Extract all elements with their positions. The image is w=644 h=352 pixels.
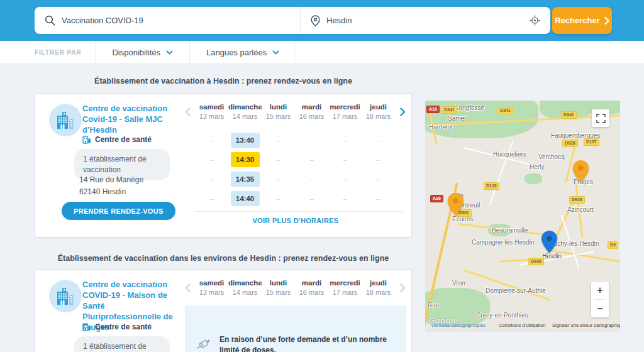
notice-text: En raison d’une forte demande et d’un no… [219,334,400,352]
calendar-day: jeudi18 mars [362,279,395,296]
chevron-down-icon [166,50,173,55]
map-road-badge: D341 [561,111,577,119]
map-pin-fruges[interactable] [572,160,589,184]
day-name: samedi [195,103,228,111]
calendar-day: samedi13 mars [195,103,228,120]
filter-bar: FILTRER PAR Disponibilités Langues parlé… [0,41,644,64]
calendar-prev-icon[interactable] [185,283,191,292]
calendar-divider [195,211,404,212]
day-name: mardi [295,279,328,287]
map-road-badge: A16 [430,195,443,202]
day-date: 17 mars [328,289,362,296]
search-bar [35,7,550,34]
health-center-icon [82,135,91,144]
day-name: jeudi [362,103,395,111]
map-pin-icon [311,15,320,26]
center-title-link[interactable]: Centre de vaccination Covid-19 - Salle M… [82,103,182,135]
zoom-out-button[interactable]: − [591,300,609,317]
day-date: 16 mars [295,289,328,296]
book-appointment-button[interactable]: PRENDRE RENDEZ-VOUS [62,202,175,220]
day-name: samedi [195,279,228,287]
map-place-label: Campagne-lès-Hesdin [472,239,535,246]
map-pin-montreuil[interactable] [447,192,464,216]
slot-empty: – [362,150,395,169]
day-date: 18 mars [362,289,395,296]
time-slot[interactable]: 13:40 [231,133,260,148]
calendar-day: lundi15 mars [262,103,295,120]
day-name: mercredi [328,279,362,287]
location-field[interactable] [301,7,550,34]
map-pin-hesdin[interactable] [541,230,558,254]
filter-availability-label: Disponibilités [112,48,160,57]
hospital-avatar [49,104,82,136]
availability-notice: En raison d’une forte demande et d’un no… [185,305,406,352]
map-canvas[interactable]: Longfossé Samer Hardelot Fauquembergues … [425,101,620,332]
address-line-1: 14 Rue du Manège [79,174,143,186]
calendar-day-header: samedi13 mars dimanche14 mars lundi15 ma… [195,103,395,120]
map-terrain-patch [525,173,542,184]
fullscreen-icon [596,114,606,123]
map-place-label: Hardelot [429,124,453,131]
day-date: 16 mars [295,113,328,120]
slot-empty: – [195,130,228,150]
map-data-attribution-link[interactable]: Données cartographiques [431,322,486,328]
slot-cell: 14:30 [228,150,262,169]
slot-empty: – [362,189,395,208]
slot-empty: – [328,189,362,208]
calendar-prev-icon[interactable] [185,107,191,116]
map-road-badge: D9 [608,241,618,249]
filter-bar-label: FILTRER PAR [35,41,96,63]
time-slot-selected[interactable]: 14:30 [231,152,260,167]
search-icon [45,15,55,26]
syringe-icon [192,334,214,352]
map-road-segment [489,140,514,206]
map-report-error-link[interactable]: Signaler une erreur cartographique [552,322,620,328]
map-road-badge: D939 [528,258,544,265]
map-place-label: Herly [530,163,544,170]
search-field[interactable] [35,7,301,34]
map-road-badge: D928 [562,140,578,147]
top-header-bar: Rechercher [0,0,644,41]
filter-availability-dropdown[interactable]: Disponibilités [96,41,190,63]
slot-cell: 14:40 [228,189,262,208]
location-input[interactable] [326,16,523,25]
filter-languages-dropdown[interactable]: Langues parlées [190,41,296,63]
day-name: dimanche [228,103,262,111]
calendar-next-icon[interactable] [400,107,406,116]
slot-empty: – [295,150,328,169]
map-terms-link[interactable]: Conditions d'utilisation [499,322,545,328]
address-line-2: 62140 Hesdin [79,186,143,198]
day-date: 17 mars [328,113,362,120]
map-place-label: Vron [452,280,465,287]
map-place-label: Crécy-en-Ponthieu [476,312,528,319]
vaccination-center-card-fruges: Centre de vaccination COVID-19 - Maison … [35,269,412,352]
slot-empty: – [195,150,228,169]
hospital-building-icon [56,111,75,129]
calendar-day: mercredi17 mars [328,103,362,120]
day-date: 15 mars [262,113,295,120]
slot-empty: – [262,189,295,208]
search-submit-button[interactable]: Rechercher [552,7,612,34]
calendar-day: dimanche14 mars [228,103,262,120]
search-input[interactable] [62,16,290,25]
calendar-day: samedi13 mars [195,279,228,296]
chevron-right-icon [604,17,609,25]
day-date: 13 mars [195,289,228,296]
calendar-day: mardi16 mars [295,279,328,296]
map-fullscreen-button[interactable] [592,109,609,127]
calendar-next-icon[interactable] [400,283,406,292]
notice-row: En raison d’une forte demande et d’un no… [195,334,400,352]
time-slot-grid: – 13:40 – – – – – 14:30 – – – – – 14:35 … [195,130,395,208]
slot-empty: – [362,169,395,189]
map-place-label: Hucqueliers [493,151,526,158]
slot-empty: – [295,169,328,189]
slot-empty: – [295,189,328,208]
time-slot[interactable]: 14:40 [231,191,260,206]
center-address: 14 Rue du Manège 62140 Hesdin [79,174,143,198]
geolocate-icon[interactable] [530,15,540,26]
map-road-badge: D928 [569,196,585,204]
time-slot[interactable]: 14:35 [231,172,260,187]
zoom-in-button[interactable]: + [591,282,609,299]
map-place-label: Samer [448,115,466,122]
see-more-times-link[interactable]: VOIR PLUS D'HORAIRES [195,217,396,224]
